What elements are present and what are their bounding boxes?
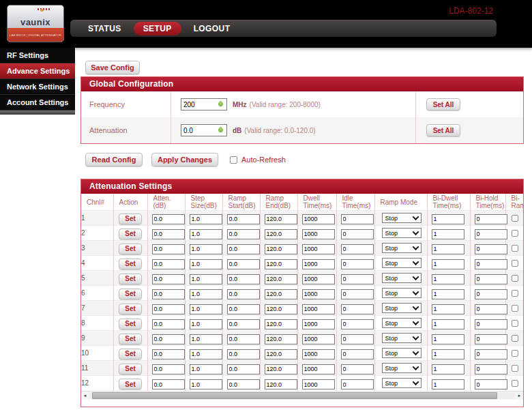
ramp-mode-select[interactable]: Stop bbox=[382, 348, 422, 358]
scroll-left-icon[interactable]: ◄ bbox=[81, 392, 89, 400]
green-spinner-icon[interactable] bbox=[218, 127, 224, 134]
set-button[interactable]: Set bbox=[119, 334, 142, 344]
step-size-input[interactable] bbox=[190, 349, 222, 359]
step-size-input[interactable] bbox=[190, 379, 222, 389]
bi-hold-input[interactable] bbox=[475, 304, 507, 314]
step-size-input[interactable] bbox=[190, 244, 222, 254]
attenuation-set-all-button[interactable]: Set All bbox=[426, 124, 460, 136]
bi-dwell-input[interactable] bbox=[432, 334, 464, 344]
nav-tab-setup[interactable]: SETUP bbox=[134, 22, 181, 35]
ramp-end-input[interactable] bbox=[265, 364, 297, 374]
sidebar-item-rf-settings[interactable]: RF Settings bbox=[0, 48, 75, 63]
bi-hold-input[interactable] bbox=[475, 229, 507, 239]
bi-ramp-checkbox[interactable] bbox=[512, 335, 518, 342]
attenuation-input[interactable] bbox=[181, 125, 215, 136]
ramp-end-input[interactable] bbox=[265, 259, 297, 269]
set-button[interactable]: Set bbox=[119, 289, 142, 299]
bi-hold-input[interactable] bbox=[475, 244, 507, 254]
bi-ramp-checkbox[interactable] bbox=[512, 305, 518, 312]
idle-time-input[interactable] bbox=[341, 274, 374, 284]
nav-tab-status[interactable]: STATUS bbox=[78, 22, 131, 35]
sidebar-item-account-settings[interactable]: Account Settings bbox=[0, 95, 75, 111]
ramp-end-input[interactable] bbox=[265, 214, 297, 224]
frequency-input[interactable] bbox=[181, 99, 215, 110]
bi-hold-input[interactable] bbox=[475, 334, 507, 344]
bi-ramp-checkbox[interactable] bbox=[512, 290, 518, 297]
dwell-time-input[interactable] bbox=[302, 274, 335, 284]
step-size-input[interactable] bbox=[190, 319, 222, 329]
ramp-start-input[interactable] bbox=[227, 334, 260, 344]
ramp-end-input[interactable] bbox=[265, 304, 297, 314]
atten-db-input[interactable] bbox=[152, 379, 185, 389]
sidebar-item-network-settings[interactable]: Network Settings bbox=[0, 79, 75, 95]
ramp-mode-select[interactable]: Stop bbox=[382, 303, 422, 313]
ramp-end-input[interactable] bbox=[265, 319, 297, 329]
ramp-end-input[interactable] bbox=[265, 289, 297, 299]
apply-changes-button[interactable]: Apply Changes bbox=[151, 153, 218, 166]
dwell-time-input[interactable] bbox=[302, 319, 335, 329]
bi-hold-input[interactable] bbox=[475, 319, 507, 329]
idle-time-input[interactable] bbox=[341, 334, 374, 344]
set-button[interactable]: Set bbox=[119, 214, 142, 224]
idle-time-input[interactable] bbox=[341, 289, 374, 299]
step-size-input[interactable] bbox=[190, 274, 222, 284]
dwell-time-input[interactable] bbox=[302, 364, 335, 374]
bi-hold-input[interactable] bbox=[475, 214, 507, 224]
ramp-start-input[interactable] bbox=[227, 319, 260, 329]
step-size-input[interactable] bbox=[190, 364, 222, 374]
dwell-time-input[interactable] bbox=[302, 244, 335, 254]
step-size-input[interactable] bbox=[190, 334, 222, 344]
bi-ramp-checkbox[interactable] bbox=[512, 350, 518, 357]
bi-dwell-input[interactable] bbox=[432, 364, 464, 374]
bi-ramp-checkbox[interactable] bbox=[512, 275, 518, 282]
atten-db-input[interactable] bbox=[152, 229, 185, 239]
idle-time-input[interactable] bbox=[341, 259, 374, 269]
bi-dwell-input[interactable] bbox=[432, 289, 464, 299]
ramp-end-input[interactable] bbox=[265, 379, 297, 389]
sidebar-item-advance-settings[interactable]: Advance Settings bbox=[0, 63, 75, 79]
idle-time-input[interactable] bbox=[341, 304, 374, 314]
atten-db-input[interactable] bbox=[152, 304, 185, 314]
atten-db-input[interactable] bbox=[152, 274, 185, 284]
dwell-time-input[interactable] bbox=[302, 349, 335, 359]
ramp-start-input[interactable] bbox=[227, 379, 260, 389]
atten-db-input[interactable] bbox=[152, 214, 185, 224]
ramp-mode-select[interactable]: Stop bbox=[382, 213, 422, 223]
scroll-right-icon[interactable]: ► bbox=[516, 392, 523, 400]
nav-tab-logout[interactable]: LOGOUT bbox=[184, 22, 240, 35]
ramp-start-input[interactable] bbox=[227, 349, 260, 359]
ramp-start-input[interactable] bbox=[227, 259, 260, 269]
horizontal-scrollbar[interactable]: ◄ ► bbox=[81, 391, 523, 400]
dwell-time-input[interactable] bbox=[302, 304, 335, 314]
dwell-time-input[interactable] bbox=[302, 214, 335, 224]
bi-hold-input[interactable] bbox=[475, 259, 507, 269]
set-button[interactable]: Set bbox=[119, 229, 142, 239]
bi-ramp-checkbox[interactable] bbox=[512, 230, 518, 237]
bi-hold-input[interactable] bbox=[475, 349, 507, 359]
set-button[interactable]: Set bbox=[119, 274, 142, 284]
atten-db-input[interactable] bbox=[152, 244, 185, 254]
read-config-button[interactable]: Read Config bbox=[85, 153, 143, 166]
ramp-mode-select[interactable]: Stop bbox=[382, 228, 422, 238]
ramp-start-input[interactable] bbox=[227, 229, 260, 239]
idle-time-input[interactable] bbox=[341, 214, 374, 224]
step-size-input[interactable] bbox=[190, 304, 222, 314]
green-spinner-icon[interactable] bbox=[218, 101, 224, 108]
bi-dwell-input[interactable] bbox=[432, 229, 464, 239]
bi-dwell-input[interactable] bbox=[432, 304, 464, 314]
ramp-end-input[interactable] bbox=[265, 229, 297, 239]
ramp-end-input[interactable] bbox=[265, 349, 297, 359]
set-button[interactable]: Set bbox=[119, 319, 142, 329]
ramp-end-input[interactable] bbox=[265, 244, 297, 254]
dwell-time-input[interactable] bbox=[302, 229, 335, 239]
ramp-mode-select[interactable]: Stop bbox=[382, 378, 422, 388]
save-config-button[interactable]: Save Config bbox=[85, 61, 140, 74]
ramp-mode-select[interactable]: Stop bbox=[382, 363, 422, 373]
ramp-start-input[interactable] bbox=[227, 304, 260, 314]
ramp-mode-select[interactable]: Stop bbox=[382, 288, 422, 298]
idle-time-input[interactable] bbox=[341, 244, 374, 254]
dwell-time-input[interactable] bbox=[302, 259, 335, 269]
bi-ramp-checkbox[interactable] bbox=[512, 245, 518, 252]
atten-db-input[interactable] bbox=[152, 289, 185, 299]
frequency-set-all-button[interactable]: Set All bbox=[426, 98, 460, 111]
